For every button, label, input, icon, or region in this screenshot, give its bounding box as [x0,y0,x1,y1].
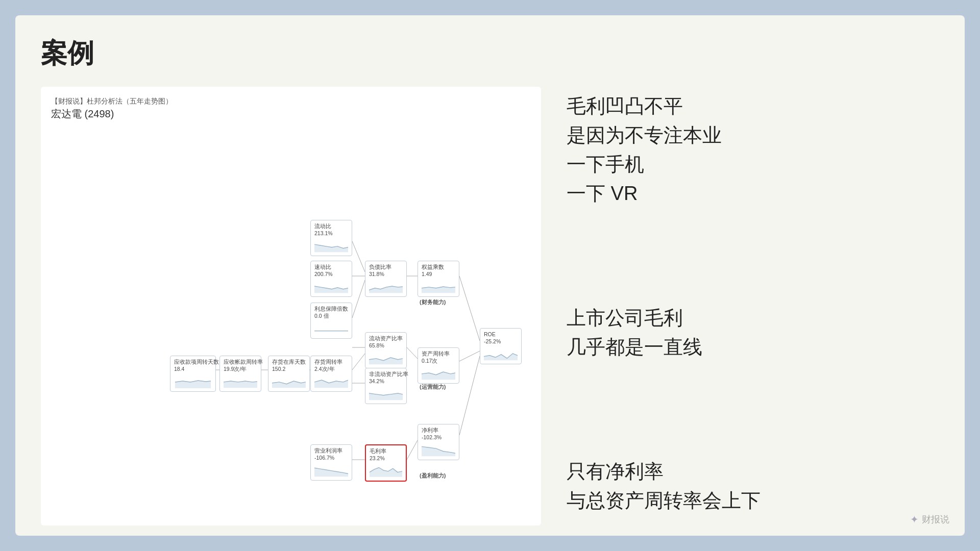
svg-marker-31 [314,468,348,477]
commentary-block-1: 毛利凹凸不平是因为不专注本业一下手机一下 VR [567,92,924,208]
diagram-area: 【财报说】杜邦分析法（五年走势图） 宏达電 (2498) [41,87,541,525]
content-area: 【财报说】杜邦分析法（五年走势图） 宏达電 (2498) [41,87,939,525]
node-inventory-turn: 存货周转率 2.4次/年 [310,356,352,392]
node-op-profit: 营业利润率 -106.7% [310,444,352,481]
svg-line-2 [459,356,480,435]
node-ap-days: 应收帐款周转率 19.9次/年 [219,356,261,392]
chart-equity-mult [422,279,455,293]
label-operations: (运营能力) [420,383,446,391]
svg-marker-27 [224,381,257,388]
watermark-icon: ✦ [910,513,919,525]
node-asset-turnover: 资产周转率 0.17次 [418,347,459,384]
commentary-area: 毛利凹凸不平是因为不专注本业一下手机一下 VR 上市公司毛利几乎都是一直线 只有… [541,87,939,525]
chart-asset-turnover [422,366,455,380]
svg-marker-25 [314,380,348,388]
chart-roe [484,346,518,361]
chart-inventory-turn [314,374,348,388]
node-debt-ratio: 负债比率 31.8% [365,261,407,297]
chart-net-profit [422,442,455,457]
svg-marker-24 [369,393,403,400]
chart-noncurrent-asset [369,386,403,400]
tree-container: ROE -25.2% 权益乘数 1.49 [51,129,531,512]
chart-current-ratio [314,238,348,253]
label-finance: (财务能力) [420,298,446,306]
chart-ap-days [224,374,257,388]
svg-marker-28 [175,381,211,388]
watermark-text: 财报说 [922,513,949,525]
node-roe: ROE -25.2% [480,328,522,364]
node-interest-cov: 利息保障倍数 0.0 倍 [310,303,352,339]
chart-inventory-days [272,374,306,388]
commentary-block-3: 只有净利率与总资产周转率会上下 [567,457,924,515]
svg-marker-19 [314,244,348,252]
commentary-text-1: 毛利凹凸不平是因为不专注本业一下手机一下 VR [567,92,924,208]
svg-line-4 [352,241,365,272]
svg-line-7 [407,347,418,359]
node-gross-margin: 毛利率 23.2% [365,444,407,482]
commentary-block-2: 上市公司毛利几乎都是一直线 [567,304,924,362]
chart-quick-ratio [314,279,348,293]
node-noncurrent-asset: 非流动资产比率 34.2% [365,368,407,404]
commentary-text-2: 上市公司毛利几乎都是一直线 [567,304,924,362]
svg-marker-29 [422,447,455,457]
node-current-ratio: 流动比 213.1% [310,220,352,256]
node-ar-days: 应收款项周转天数 18.4 [170,356,216,392]
chart-op-profit [314,463,348,477]
svg-line-0 [459,276,480,341]
page-title: 案例 [41,36,939,71]
label-profit: (盈利能力) [420,472,446,480]
svg-line-10 [352,354,365,370]
chart-current-asset [369,350,403,365]
svg-line-6 [352,280,365,318]
node-current-asset: 流动资产比率 65.8% [365,332,407,368]
watermark: ✦ 财报说 [910,513,949,525]
chart-gross-margin [370,463,402,478]
node-equity-mult: 权益乘数 1.49 [418,261,459,297]
main-card: 案例 【财报说】杜邦分析法（五年走势图） 宏达電 (2498) [15,15,965,536]
commentary-text-3: 只有净利率与总资产周转率会上下 [567,457,924,515]
chart-debt-ratio [369,279,403,293]
svg-marker-20 [314,286,348,293]
chart-interest-cov [314,321,348,335]
node-inventory-days: 存货在库天数 150.2 [268,356,310,392]
svg-line-14 [407,440,418,460]
diagram-title: 【财报说】杜邦分析法（五年走势图） [51,97,531,106]
chart-ar-days [174,374,212,388]
diagram-subtitle: 宏达電 (2498) [51,107,531,121]
svg-line-1 [459,351,480,361]
node-net-profit: 净利率 -102.3% [418,424,459,460]
node-quick-ratio: 速动比 200.7% [310,261,352,297]
